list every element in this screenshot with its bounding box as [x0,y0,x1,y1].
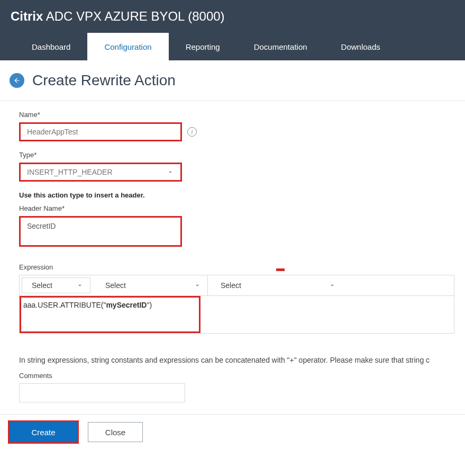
type-select[interactable]: INSERT_HTTP_HEADER [19,163,182,182]
expression-label: Expression [19,263,454,271]
chevron-down-icon [329,282,336,289]
info-icon[interactable]: i [187,127,197,137]
nav-bar: Dashboard Configuration Reporting Docume… [0,33,465,60]
arrow-left-icon [13,77,21,84]
page-header: Create Rewrite Action [0,60,465,101]
comments-input[interactable] [19,383,185,402]
back-button[interactable] [10,73,24,88]
brand-title: Citrix ADC VPX AZURE BYOL (8000) [11,9,225,24]
name-input[interactable] [19,122,182,141]
nav-dashboard[interactable]: Dashboard [15,33,87,60]
expression-toolbar: Select Select Select [19,275,454,296]
expression-help-text: In string expressions, string constants … [19,356,454,364]
page-title: Create Rewrite Action [32,72,176,89]
chevron-down-icon [194,282,201,289]
nav-downloads[interactable]: Downloads [324,33,397,60]
type-label: Type* [19,151,454,159]
expr-select-1[interactable]: Select [22,277,90,293]
type-select-value: INSERT_HTTP_HEADER [27,168,113,176]
brand-rest: ADC VPX AZURE BYOL (8000) [43,9,224,23]
nav-configuration[interactable]: Configuration [87,33,168,60]
header-name-input[interactable] [19,216,182,247]
header-name-label: Header Name* [19,204,454,212]
comments-label: Comments [19,372,454,380]
form-container: Name* i Type* INSERT_HTTP_HEADER Use thi… [0,101,465,402]
chevron-down-icon [76,282,84,289]
footer-bar: Create Close [0,414,465,450]
expr-select-2[interactable]: Select [93,275,208,295]
chevron-down-icon [167,168,174,176]
name-label: Name* [19,111,454,119]
type-hint: Use this action type to insert a header. [19,191,454,199]
brand-bold: Citrix [11,9,43,23]
expr-select-3[interactable]: Select [208,275,342,295]
top-banner: Citrix ADC VPX AZURE BYOL (8000) [0,0,465,33]
nav-documentation[interactable]: Documentation [237,33,324,60]
nav-reporting[interactable]: Reporting [169,33,237,60]
expression-input[interactable]: aaa.USER.ATTRIBUTE("mySecretID") [20,296,200,333]
red-marker [276,268,285,271]
close-button[interactable]: Close [88,422,143,442]
create-button[interactable]: Create [10,422,77,442]
